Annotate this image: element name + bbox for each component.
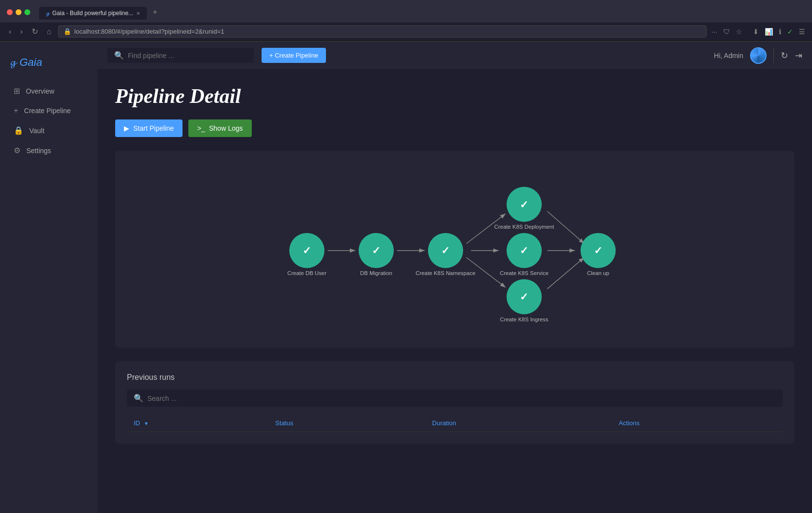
back-button[interactable]: ‹ — [7, 26, 13, 37]
col-actions-label: Actions — [619, 419, 640, 427]
info-icon[interactable]: ℹ — [779, 28, 781, 36]
create-pipeline-icon: + — [14, 106, 18, 115]
top-navbar: 🔍 + Create Pipeline Hi, Admin ↻ ⇥ — [98, 41, 812, 70]
fullscreen-button[interactable] — [24, 9, 30, 15]
url-bar[interactable]: 🔒 localhost:8080/#/pipeline/detail?pipel… — [58, 25, 707, 38]
logo-icon: 𝓰 — [10, 56, 16, 69]
logo: 𝓰 Gaia — [0, 51, 98, 80]
bookmark-icon[interactable]: ☆ — [736, 28, 742, 36]
close-button[interactable] — [7, 9, 13, 15]
url-text: localhost:8080/#/pipeline/detail?pipelin… — [74, 28, 224, 35]
node-create-k8s-deployment[interactable]: ✓ Create K8S Deployment — [494, 187, 554, 230]
new-tab-button[interactable]: + — [148, 5, 162, 20]
active-tab[interactable]: 𝓰 Gaia - Build powerful pipeline... ✕ — [39, 7, 147, 20]
terminal-icon: >_ — [197, 124, 205, 132]
vault-icon: 🔒 — [14, 126, 23, 135]
node-create-db-user[interactable]: ✓ Create DB User — [287, 233, 326, 276]
main-content: Pipeline Detail ▶ Start Pipeline >_ Show… — [98, 70, 812, 513]
show-logs-label: Show Logs — [209, 124, 243, 132]
refresh-icon[interactable]: ↻ — [781, 50, 788, 61]
navbar-divider — [773, 48, 774, 63]
home-button[interactable]: ⌂ — [45, 26, 54, 37]
tab-favicon: 𝓰 — [46, 10, 49, 17]
show-logs-button[interactable]: >_ Show Logs — [188, 119, 251, 137]
search-wrapper[interactable]: 🔍 — [107, 48, 254, 63]
security-icon: 🔒 — [63, 28, 71, 35]
sidebar-item-create-pipeline[interactable]: + Create Pipeline — [4, 101, 94, 120]
app-container: 𝓰 Gaia ⊞ Overview + Create Pipeline 🔒 Va… — [0, 41, 812, 513]
shield-icon[interactable]: 🛡 — [723, 28, 730, 36]
runs-table-header: ID ▼ Status Duration Actions — [127, 414, 783, 432]
sidebar-item-settings[interactable]: ⚙ Settings — [4, 141, 94, 160]
logo-text: Gaia — [20, 56, 42, 69]
col-duration: Duration — [426, 414, 612, 432]
stats-icon[interactable]: 📊 — [765, 28, 773, 36]
sidebar-item-overview[interactable]: ⊞ Overview — [4, 81, 94, 100]
tab-close-icon[interactable]: ✕ — [136, 11, 140, 16]
svg-text:Clean up: Clean up — [587, 270, 609, 276]
minimize-button[interactable] — [16, 9, 21, 15]
search-input[interactable] — [128, 52, 247, 59]
download-icon[interactable]: ⬇ — [753, 28, 759, 36]
svg-text:✓: ✓ — [520, 245, 528, 256]
svg-text:✓: ✓ — [520, 291, 528, 302]
previous-runs-section: Previous runs 🔍 ID ▼ Status — [115, 361, 794, 444]
svg-text:✓: ✓ — [594, 245, 603, 256]
tab-bar: 𝓰 Gaia - Build powerful pipeline... ✕ + — [34, 5, 167, 20]
svg-text:Create K8S Ingress: Create K8S Ingress — [500, 316, 548, 322]
node-db-migration[interactable]: ✓ DB Migration — [359, 233, 394, 276]
svg-line-8 — [547, 257, 584, 289]
create-pipeline-button[interactable]: + Create Pipeline — [262, 48, 326, 63]
node-create-k8s-service[interactable]: ✓ Create K8S Service — [500, 233, 548, 276]
svg-text:Create DB User: Create DB User — [287, 270, 326, 276]
traffic-lights — [7, 9, 30, 15]
col-id[interactable]: ID ▼ — [127, 414, 268, 432]
node-clean-up[interactable]: ✓ Clean up — [581, 233, 616, 276]
start-icon: ▶ — [124, 124, 129, 132]
menu-icon[interactable]: ☰ — [799, 28, 805, 36]
sort-icon-id: ▼ — [144, 421, 149, 426]
pipeline-diagram: ✓ Create DB User ✓ DB Migration ✓ Create… — [115, 151, 794, 348]
address-bar-area: ‹ › ↻ ⌂ 🔒 localhost:8080/#/pipeline/deta… — [0, 22, 812, 41]
search-runs-wrapper[interactable]: 🔍 — [127, 390, 783, 407]
sidebar-label-vault: Vault — [29, 127, 44, 135]
sidebar-nav: ⊞ Overview + Create Pipeline 🔒 Vault ⚙ S… — [0, 81, 98, 160]
svg-text:Create K8S Namespace: Create K8S Namespace — [416, 270, 476, 276]
pipeline-svg: ✓ Create DB User ✓ DB Migration ✓ Create… — [125, 160, 785, 336]
node-create-k8s-ingress[interactable]: ✓ Create K8S Ingress — [500, 279, 548, 322]
sidebar-label-overview: Overview — [26, 87, 54, 95]
search-runs-icon: 🔍 — [134, 394, 143, 403]
previous-runs-title: Previous runs — [127, 373, 783, 382]
logout-icon[interactable]: ⇥ — [795, 50, 802, 61]
svg-text:✓: ✓ — [520, 199, 528, 210]
browser-toolbar: ··· 🛡 ☆ ⬇ 📊 ℹ ✓ ☰ — [711, 28, 805, 36]
sidebar: 𝓰 Gaia ⊞ Overview + Create Pipeline 🔒 Va… — [0, 41, 98, 513]
search-icon: 🔍 — [114, 51, 124, 60]
overflow-icon[interactable]: ··· — [711, 28, 717, 36]
navbar-right: Hi, Admin ↻ ⇥ — [714, 47, 802, 64]
node-create-k8s-namespace[interactable]: ✓ Create K8S Namespace — [416, 233, 476, 276]
verified-icon[interactable]: ✓ — [787, 28, 793, 36]
col-duration-label: Duration — [432, 419, 456, 427]
svg-text:✓: ✓ — [441, 245, 450, 256]
start-pipeline-button[interactable]: ▶ Start Pipeline — [115, 119, 183, 137]
action-buttons: ▶ Start Pipeline >_ Show Logs — [115, 119, 794, 137]
runs-table: ID ▼ Status Duration Actions — [127, 414, 783, 432]
svg-text:Create K8S Deployment: Create K8S Deployment — [494, 224, 554, 230]
user-avatar[interactable] — [750, 47, 767, 64]
col-status: Status — [268, 414, 425, 432]
browser-chrome: 𝓰 Gaia - Build powerful pipeline... ✕ + … — [0, 0, 812, 41]
col-id-label: ID — [134, 419, 140, 427]
search-runs-input[interactable] — [147, 395, 776, 402]
greeting-text: Hi, Admin — [714, 52, 743, 59]
reload-button[interactable]: ↻ — [30, 26, 40, 37]
forward-button[interactable]: › — [18, 26, 24, 37]
svg-text:✓: ✓ — [303, 245, 311, 256]
sidebar-item-vault[interactable]: 🔒 Vault — [4, 121, 94, 140]
start-pipeline-label: Start Pipeline — [133, 124, 174, 132]
svg-text:Create K8S Service: Create K8S Service — [500, 270, 548, 276]
col-status-label: Status — [275, 419, 293, 427]
svg-text:DB Migration: DB Migration — [360, 270, 392, 276]
col-actions: Actions — [612, 414, 783, 432]
page-title: Pipeline Detail — [115, 84, 794, 108]
